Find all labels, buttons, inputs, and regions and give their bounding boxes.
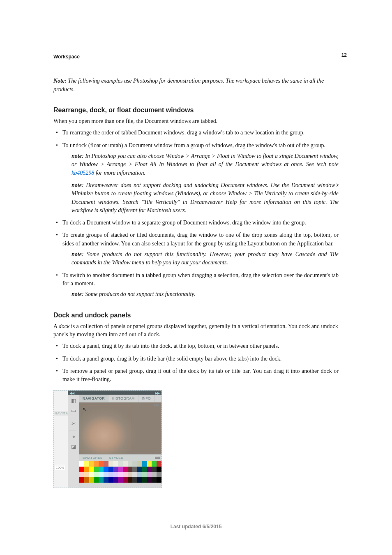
footer-last-updated: Last updated 6/5/2015 xyxy=(0,523,392,530)
swatch xyxy=(152,467,157,472)
bullet-remove-panel: To remove a panel or panel group, drag i… xyxy=(53,367,339,384)
swatch xyxy=(118,472,123,477)
swatch xyxy=(113,461,118,467)
swatch xyxy=(137,477,142,483)
swatch xyxy=(108,467,113,472)
cursor-icon: ↖ xyxy=(83,406,87,414)
swatch xyxy=(147,477,152,483)
swatch xyxy=(118,461,123,467)
note-text: : Some products do not support this func… xyxy=(82,291,195,297)
h2-intro: A dock is a collection of panels or pane… xyxy=(53,322,339,339)
swatch xyxy=(79,477,84,483)
figure-icon-strip: ◧ ▭ ✂ ⌖ ◪ xyxy=(68,395,80,488)
swatch xyxy=(84,477,89,483)
tab-navigator: NAVIGATOR xyxy=(79,395,108,402)
figure-panel-tabs-2: SWATCHES STYLES xyxy=(79,454,161,461)
swatch-row xyxy=(79,472,161,477)
swatch xyxy=(104,461,108,467)
swatch xyxy=(128,472,133,477)
note-label: note xyxy=(71,291,82,297)
note-text: : Some products do not support this func… xyxy=(71,251,339,266)
figure-collapse-bar: ◀◀ ▶▶ xyxy=(68,391,161,395)
swatch xyxy=(79,461,84,467)
swatch xyxy=(123,477,128,483)
bullet-dock-panel: To dock a panel, drag it by its tab into… xyxy=(53,342,339,350)
panel-menu-icon xyxy=(155,456,160,459)
note-text-a: : In Photoshop you can also choose Windo… xyxy=(71,153,339,167)
swatch xyxy=(94,472,99,477)
intro-note-text: The following examples use Photoshop for… xyxy=(53,78,324,92)
tab-swatches: SWATCHES xyxy=(79,456,106,460)
swatch xyxy=(123,467,128,472)
swatch xyxy=(157,472,161,477)
swatch xyxy=(79,467,84,472)
swatch xyxy=(137,472,142,477)
swatch xyxy=(137,467,142,472)
swatch xyxy=(157,467,161,472)
swatch-row xyxy=(79,461,161,467)
note-cascade-tile: note: Some products do not support this … xyxy=(71,250,339,267)
swatch xyxy=(108,477,113,483)
swatch xyxy=(99,467,104,472)
swatch xyxy=(118,477,123,483)
swatch xyxy=(104,477,108,483)
swatch xyxy=(128,461,133,467)
figure-left-tab-label: NAVIGATI xyxy=(54,411,69,416)
heading-dock-panels: Dock and undock panels xyxy=(53,310,339,320)
tab-histogram: HISTOGRAM xyxy=(108,395,138,402)
bullet-switch-doc-text: To switch to another document in a tabbe… xyxy=(62,272,339,287)
swatch xyxy=(123,472,128,477)
swatch xyxy=(132,461,137,467)
intro-note: Note: The following examples use Photosh… xyxy=(53,77,339,94)
swatch xyxy=(84,467,89,472)
bullet-create-groups: To create groups of stacked or tiled doc… xyxy=(53,231,339,267)
h2-intro-em: dock xyxy=(59,323,69,329)
swatch xyxy=(94,461,99,467)
section-heading: Workspace xyxy=(53,53,339,60)
link-kb405298[interactable]: kb405298 xyxy=(71,170,94,176)
bullet-undock: To undock (float or untab) a Document wi… xyxy=(53,141,339,215)
h2-intro-b: is a collection of panels or panel group… xyxy=(53,323,338,338)
separator-icon xyxy=(69,417,76,418)
character-icon: ⌖ xyxy=(70,433,77,441)
swatch xyxy=(118,467,123,472)
swatch xyxy=(99,472,104,477)
bullet-undock-text: To undock (float or untab) a Document wi… xyxy=(62,142,325,148)
swatch xyxy=(132,467,137,472)
figure-swatches-grid xyxy=(79,461,161,483)
h1-intro: When you open more than one file, the Do… xyxy=(53,117,339,125)
swatch xyxy=(142,472,147,477)
bullet-dock-panel-group: To dock a panel group, drag it by its ti… xyxy=(53,355,339,363)
figure-left-gutter xyxy=(54,391,68,488)
scissors-icon: ✂ xyxy=(70,420,77,428)
swatch xyxy=(142,477,147,483)
swatch xyxy=(94,467,99,472)
brush-presets-icon: ▭ xyxy=(70,407,77,414)
swatch xyxy=(137,461,142,467)
note-label: note xyxy=(71,153,82,159)
figure-view-box xyxy=(82,405,131,449)
figure-panel-dock: NAVIGATI 100% A ¶ ◀◀ ▶▶ ◧ ▭ ✂ ⌖ ◪ NAVIGA… xyxy=(53,390,162,488)
swatch xyxy=(142,461,147,467)
swatch xyxy=(94,477,99,483)
separator-icon xyxy=(69,430,76,431)
swatch-row xyxy=(79,467,161,472)
note-text-b: for more information. xyxy=(94,170,145,176)
bullet-rearrange: To rearrange the order of tabbed Documen… xyxy=(53,129,339,137)
intro-note-label: Note: xyxy=(53,78,67,84)
swatch xyxy=(84,461,89,467)
figure-zoom-readout: 100% xyxy=(55,465,65,471)
swatch xyxy=(152,477,157,483)
swatch xyxy=(132,472,137,477)
swatch xyxy=(113,477,118,483)
swatch xyxy=(132,477,137,483)
h2-intro-a: A xyxy=(53,323,59,329)
panel-menu-icon xyxy=(154,404,159,407)
note-dreamweaver: note: Dreamweaver does not support docki… xyxy=(71,181,339,215)
page-number: 12 xyxy=(338,49,347,61)
swatch xyxy=(79,472,84,477)
swatch-row xyxy=(79,477,161,483)
swatch xyxy=(147,472,152,477)
swatch xyxy=(147,461,152,467)
history-icon: ◧ xyxy=(70,397,77,405)
